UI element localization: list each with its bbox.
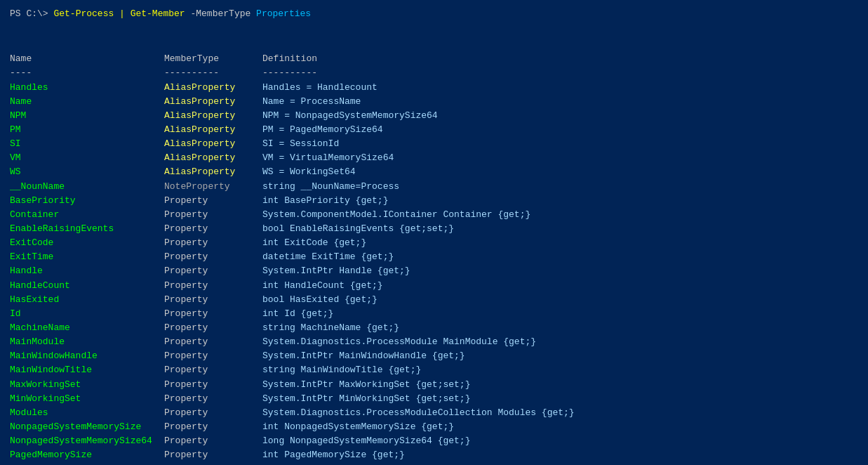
cell-name: Handle [10,264,164,278]
cell-name: ExitTime [10,250,164,264]
cell-name: Handles [10,81,164,95]
cell-membertype: Property [164,293,262,307]
cell-definition: System.IntPtr MinWorkingSet {get;set;} [262,392,470,406]
cell-membertype: Property [164,420,262,434]
cell-membertype: AliasProperty [164,109,262,123]
cell-definition: long PagedMemorySize64 {get;} [262,462,421,465]
cell-membertype: Property [164,349,262,363]
cell-definition: string MainWindowTitle {get;} [262,363,421,377]
cell-definition: int BasePriority {get;} [262,194,388,208]
cell-membertype: Property [164,236,262,250]
table-row: Modules Property System.Diagnostics.Proc… [10,406,858,420]
table-row: MainWindowHandle Property System.IntPtr … [10,349,858,363]
cell-membertype: Property [164,264,262,278]
cell-definition: VM = VirtualMemorySize64 [262,151,394,165]
cell-name: PM [10,123,164,137]
param-text: -MemberType [190,8,251,19]
cell-name: Modules [10,406,164,420]
typename-line [10,31,858,45]
cell-name: HandleCount [10,279,164,293]
table-row: MainWindowTitle Property string MainWind… [10,363,858,377]
cell-membertype: Property [164,363,262,377]
cell-name: MaxWorkingSet [10,378,164,392]
header-definition: Definition [262,52,317,66]
cell-definition: System.Diagnostics.ProcessModuleCollecti… [262,406,575,420]
table-row: Container Property System.ComponentModel… [10,208,858,222]
cell-membertype: Property [164,335,262,349]
cell-definition: Name = ProcessName [262,95,361,109]
terminal-window: PS C:\> Get-Process | Get-Member -Member… [10,7,858,465]
cell-name: MainWindowHandle [10,349,164,363]
cell-definition: int PagedMemorySize {get;} [262,448,405,462]
table-row: MaxWorkingSet Property System.IntPtr Max… [10,378,858,392]
cell-name: BasePriority [10,194,164,208]
output-table: Name MemberType Definition---- ---------… [10,52,858,465]
table-row: PagedMemorySize64 Property long PagedMem… [10,462,858,465]
table-separator: ---- ---------- ---------- [10,66,858,80]
cell-definition: WS = WorkingSet64 [262,165,356,179]
cell-membertype: Property [164,222,262,236]
cell-name: MinWorkingSet [10,392,164,406]
cell-membertype: AliasProperty [164,165,262,179]
param-value: Properties [256,8,311,19]
cell-name: __NounName [10,180,164,194]
cell-name: MainModule [10,335,164,349]
table-row: ExitCode Property int ExitCode {get;} [10,236,858,250]
cell-definition: datetime ExitTime {get;} [262,250,394,264]
table-row: BasePriority Property int BasePriority {… [10,194,858,208]
table-row: EnableRaisingEvents Property bool Enable… [10,222,858,236]
cell-membertype: Property [164,279,262,293]
cell-name: NPM [10,109,164,123]
cell-name: WS [10,165,164,179]
cell-name: PagedMemorySize64 [10,462,164,465]
cell-name: SI [10,137,164,151]
cell-membertype: AliasProperty [164,137,262,151]
cell-definition: int Id {get;} [262,307,333,321]
table-row: VM AliasProperty VM = VirtualMemorySize6… [10,151,858,165]
cell-membertype: Property [164,434,262,448]
cell-name: PagedMemorySize [10,448,164,462]
cell-name: HasExited [10,293,164,307]
cell-definition: long NonpagedSystemMemorySize64 {get;} [262,434,470,448]
cell-name: NonpagedSystemMemorySize64 [10,434,164,448]
table-header: Name MemberType Definition [10,52,858,66]
cell-membertype: NoteProperty [164,180,262,194]
table-row: MainModule Property System.Diagnostics.P… [10,335,858,349]
table-row: Handles AliasProperty Handles = Handleco… [10,81,858,95]
cell-membertype: Property [164,307,262,321]
table-row: __NounName NoteProperty string __NounNam… [10,180,858,194]
cell-membertype: AliasProperty [164,151,262,165]
cell-membertype: Property [164,462,262,465]
cell-name: NonpagedSystemMemorySize [10,420,164,434]
cell-definition: bool HasExited {get;} [262,293,378,307]
sep-definition: ---------- [262,66,317,80]
cell-name: EnableRaisingEvents [10,222,164,236]
table-row: Id Property int Id {get;} [10,307,858,321]
table-row: Handle Property System.IntPtr Handle {ge… [10,264,858,278]
cell-membertype: Property [164,321,262,335]
cell-name: MainWindowTitle [10,363,164,377]
cell-name: Name [10,95,164,109]
cell-name: Container [10,208,164,222]
table-row: NonpagedSystemMemorySize64 Property long… [10,434,858,448]
table-row: MinWorkingSet Property System.IntPtr Min… [10,392,858,406]
cell-definition: bool EnableRaisingEvents {get;set;} [262,222,454,236]
cell-membertype: AliasProperty [164,81,262,95]
cell-membertype: Property [164,378,262,392]
cell-membertype: AliasProperty [164,95,262,109]
cell-definition: System.IntPtr Handle {get;} [262,264,410,278]
cell-membertype: Property [164,406,262,420]
table-row: NonpagedSystemMemorySize Property int No… [10,420,858,434]
cell-definition: int HandleCount {get;} [262,279,383,293]
header-name: Name [10,52,164,66]
cell-definition: int NonpagedSystemMemorySize {get;} [262,420,454,434]
cell-membertype: Property [164,208,262,222]
cell-membertype: Property [164,448,262,462]
cell-membertype: Property [164,250,262,264]
cell-membertype: Property [164,392,262,406]
cell-definition: string __NounName=Process [262,180,399,194]
cell-definition: string MachineName {get;} [262,321,399,335]
cell-definition: System.Diagnostics.ProcessModule MainMod… [262,335,536,349]
table-row: PagedMemorySize Property int PagedMemory… [10,448,858,462]
cell-name: MachineName [10,321,164,335]
